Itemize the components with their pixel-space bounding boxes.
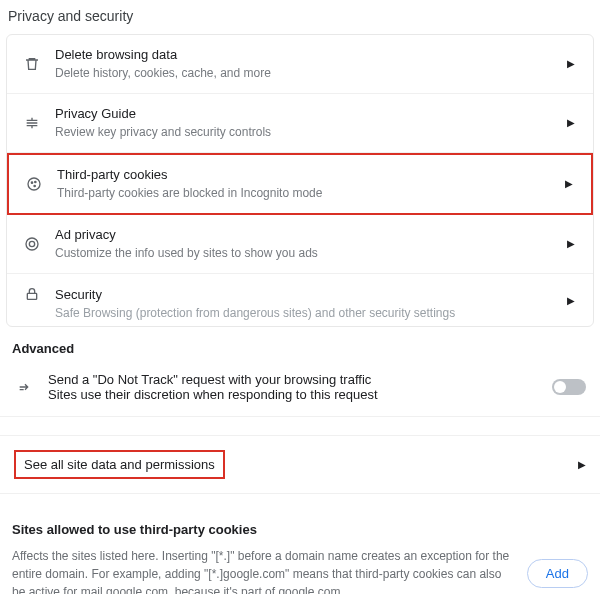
- third-party-section: Sites allowed to use third-party cookies…: [0, 494, 600, 594]
- svg-point-0: [28, 178, 40, 190]
- svg-point-5: [29, 241, 34, 246]
- row-do-not-track: Send a "Do Not Track" request with your …: [0, 362, 600, 417]
- settings-card: Delete browsing data Delete history, coo…: [6, 34, 594, 327]
- chevron-right-icon: ▶: [563, 295, 579, 306]
- row-delete-browsing-data[interactable]: Delete browsing data Delete history, coo…: [7, 35, 593, 94]
- row-ad-privacy[interactable]: Ad privacy Customize the info used by si…: [7, 215, 593, 274]
- chevron-right-icon: ▶: [561, 178, 577, 189]
- row-security[interactable]: Security Safe Browsing (protection from …: [7, 274, 593, 326]
- advanced-label: Advanced: [0, 327, 600, 362]
- dnt-subtitle: Sites use their discretion when respondi…: [48, 387, 552, 402]
- row-title: Security: [55, 286, 563, 304]
- third-party-description: Affects the sites listed here. Inserting…: [12, 547, 517, 594]
- see-all-site-data-label: See all site data and permissions: [14, 450, 225, 479]
- chevron-right-icon: ▶: [578, 459, 586, 470]
- lock-icon: [21, 286, 43, 302]
- dnt-title: Send a "Do Not Track" request with your …: [48, 372, 552, 387]
- row-subtitle: Third-party cookies are blocked in Incog…: [57, 185, 561, 202]
- chevron-right-icon: ▶: [563, 117, 579, 128]
- dnt-arrow-icon: [14, 379, 36, 395]
- ad-privacy-icon: [21, 236, 43, 252]
- row-third-party-cookies[interactable]: Third-party cookies Third-party cookies …: [7, 153, 593, 215]
- row-subtitle: Customize the info used by sites to show…: [55, 245, 563, 262]
- page-title: Privacy and security: [0, 0, 600, 34]
- row-title: Ad privacy: [55, 226, 563, 244]
- trash-icon: [21, 56, 43, 72]
- svg-point-1: [31, 182, 32, 183]
- row-subtitle: Review key privacy and security controls: [55, 124, 563, 141]
- svg-point-3: [34, 185, 35, 186]
- chevron-right-icon: ▶: [563, 58, 579, 69]
- chevron-right-icon: ▶: [563, 238, 579, 249]
- third-party-heading: Sites allowed to use third-party cookies: [12, 522, 588, 537]
- dnt-toggle[interactable]: [552, 379, 586, 395]
- svg-rect-6: [27, 293, 36, 299]
- guide-icon: [21, 115, 43, 131]
- row-title: Third-party cookies: [57, 166, 561, 184]
- svg-point-2: [35, 181, 36, 182]
- row-see-all-site-data[interactable]: See all site data and permissions ▶: [0, 435, 600, 494]
- row-subtitle: Safe Browsing (protection from dangerous…: [55, 305, 563, 322]
- add-button[interactable]: Add: [527, 559, 588, 588]
- row-title: Delete browsing data: [55, 46, 563, 64]
- row-privacy-guide[interactable]: Privacy Guide Review key privacy and sec…: [7, 94, 593, 153]
- row-subtitle: Delete history, cookies, cache, and more: [55, 65, 563, 82]
- svg-point-4: [26, 238, 38, 250]
- row-title: Privacy Guide: [55, 105, 563, 123]
- cookie-icon: [23, 176, 45, 192]
